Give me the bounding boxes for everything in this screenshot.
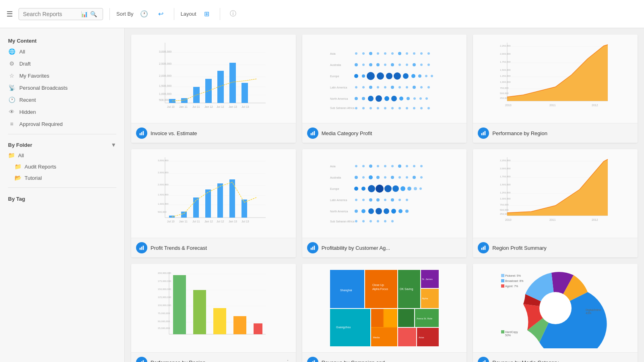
- report-thumbnail-media-profit[interactable]: Asia Australia Europe Latin America Nort…: [302, 35, 467, 123]
- sidebar-item-approval[interactable]: ≡ Approval Required: [0, 118, 124, 130]
- report-footer-region-summary: Region Profit Summary: [473, 238, 638, 257]
- svg-text:75,000,000: 75,000,000: [158, 312, 170, 315]
- svg-point-170: [406, 165, 408, 167]
- svg-rect-257: [233, 316, 246, 334]
- folder-item-tutorial[interactable]: 📂 Tutorial: [0, 172, 124, 183]
- svg-rect-277: [384, 309, 397, 327]
- sidebar-item-all[interactable]: 🌐 All: [0, 45, 124, 58]
- report-footer-invoice: Invoice vs. Estimate: [131, 123, 296, 143]
- report-thumbnail-revenue-media[interactable]: Pickerel: 5% Broadcast: 6% Agent: 7% Dig…: [473, 264, 638, 352]
- sidebar-item-draft-label: Draft: [19, 61, 31, 67]
- report-thumbnail-perf-region-top[interactable]: 2,250,000 2,000,000 1,750,000 1,500,000 …: [473, 35, 638, 123]
- report-thumbnail-perf-region-bot[interactable]: 200,000,000 175,000,000 150,000,000 125,…: [131, 264, 296, 352]
- svg-point-212: [377, 220, 379, 222]
- svg-rect-290: [501, 274, 504, 277]
- svg-point-79: [427, 86, 430, 88]
- svg-point-88: [413, 97, 416, 100]
- folder-open-icon: 📂: [14, 175, 21, 181]
- chevron-down-icon[interactable]: ▼: [111, 142, 116, 148]
- report-thumbnail-profitability[interactable]: Asia Australia Europe Latin America Nort…: [302, 149, 467, 238]
- svg-text:HardCopy: HardCopy: [505, 331, 518, 334]
- toolbar-sort-section: Sort By 🕐 ↩: [116, 8, 167, 21]
- svg-text:Sub Saharan Africa: Sub Saharan Africa: [330, 220, 354, 223]
- svg-point-213: [384, 220, 386, 222]
- svg-point-208: [405, 210, 409, 213]
- search-input[interactable]: [23, 11, 79, 17]
- sidebar-item-recent[interactable]: 🕐 Recent: [0, 94, 124, 106]
- svg-point-82: [368, 96, 374, 101]
- layout-grid-button[interactable]: ⊞: [200, 8, 213, 21]
- svg-point-195: [369, 198, 372, 202]
- report-thumbnail-revenue-campaign[interactable]: Shanghai Close Up Alpha Focus OK Saving …: [302, 264, 467, 352]
- svg-point-90: [425, 97, 428, 100]
- report-thumbnail-invoice[interactable]: 3,000,000 2,500,000 2,000,000 1,500,000 …: [131, 35, 296, 123]
- svg-point-194: [362, 199, 365, 201]
- svg-point-168: [391, 165, 394, 167]
- svg-point-44: [413, 52, 415, 55]
- report-menu-perf-region-bot[interactable]: ⋮: [285, 359, 291, 362]
- svg-point-76: [406, 86, 408, 88]
- svg-rect-294: [501, 284, 504, 288]
- svg-text:Jul 11: Jul 11: [192, 105, 200, 108]
- svg-point-196: [376, 198, 380, 202]
- svg-text:Jan 13: Jan 13: [229, 220, 237, 223]
- sort-clock-button[interactable]: 🕐: [138, 8, 151, 21]
- svg-point-53: [398, 64, 401, 66]
- report-card-profit-trends: 3,000,000 2,500,000 2,000,000 1,500,000 …: [131, 149, 296, 257]
- svg-rect-154: [140, 248, 141, 250]
- svg-point-51: [384, 64, 386, 66]
- svg-point-62: [386, 73, 392, 79]
- report-thumbnail-profit-trends[interactable]: 3,000,000 2,500,000 2,000,000 1,500,000 …: [131, 149, 296, 238]
- folder-item-audit[interactable]: 📁 Audit Reports: [0, 161, 124, 172]
- svg-point-57: [427, 64, 430, 66]
- svg-point-85: [391, 96, 397, 101]
- info-button[interactable]: ⓘ: [227, 8, 239, 21]
- report-name-perf-region-top: Performance by Region: [492, 130, 633, 136]
- svg-text:50%: 50%: [505, 334, 511, 337]
- globe-icon: 🌐: [8, 48, 15, 55]
- svg-rect-283: [398, 328, 416, 346]
- svg-point-169: [398, 165, 401, 168]
- svg-point-59: [362, 74, 365, 78]
- svg-text:2012: 2012: [592, 104, 598, 107]
- folder-item-all[interactable]: 📁 All: [0, 150, 124, 161]
- svg-point-191: [414, 187, 417, 190]
- svg-point-201: [355, 210, 358, 213]
- svg-rect-238: [483, 247, 484, 250]
- svg-point-206: [391, 209, 396, 214]
- sidebar-item-draft[interactable]: ⚙ Draft: [0, 58, 124, 70]
- sidebar-item-hidden[interactable]: 👁 Hidden: [0, 106, 124, 118]
- sidebar-item-favorites[interactable]: ☆ My Favorites: [0, 70, 124, 82]
- by-folder-section: By Folder ▼: [0, 138, 124, 150]
- svg-point-84: [384, 96, 389, 101]
- svg-point-176: [376, 176, 380, 179]
- svg-point-40: [384, 52, 386, 55]
- sidebar: My Content 🌐 All ⚙ Draft ☆ My Favorites …: [0, 28, 125, 362]
- svg-point-100: [420, 107, 423, 109]
- svg-text:2010: 2010: [505, 218, 512, 221]
- svg-rect-258: [254, 323, 262, 334]
- search-icon[interactable]: 🔍: [90, 11, 97, 17]
- svg-text:2012: 2012: [592, 218, 598, 221]
- svg-text:Close Up: Close Up: [372, 284, 384, 287]
- report-thumbnail-region-summary[interactable]: 2,250,000 2,000,000 1,750,000 1,500,000 …: [473, 149, 638, 238]
- svg-point-99: [413, 107, 415, 109]
- hamburger-icon[interactable]: ☰: [6, 10, 13, 19]
- perf-region-bot-chart: 200,000,000 175,000,000 150,000,000 125,…: [157, 268, 270, 348]
- reports-grid: 3,000,000 2,500,000 2,000,000 1,500,000 …: [131, 35, 638, 362]
- clock-icon: 🕐: [8, 97, 15, 103]
- svg-text:Europe: Europe: [330, 75, 339, 78]
- sort-undo-button[interactable]: ↩: [155, 8, 167, 21]
- report-icon-profit-trends: [136, 242, 147, 253]
- sidebar-item-broadcasts[interactable]: 📡 Personal Broadcasts: [0, 82, 124, 94]
- report-footer-perf-region-top: Performance by Region: [473, 123, 638, 143]
- svg-text:1,000,000: 1,000,000: [500, 197, 511, 200]
- svg-text:OK Saving: OK Saving: [400, 288, 413, 291]
- svg-point-185: [368, 185, 375, 192]
- report-footer-perf-region-bot: Performance by Region ⋮: [131, 352, 296, 362]
- svg-point-192: [419, 187, 422, 190]
- svg-text:Jul 12: Jul 12: [217, 220, 224, 223]
- svg-rect-155: [141, 247, 142, 250]
- svg-point-43: [406, 52, 408, 55]
- svg-text:Digital/Inline: Digital/Inline: [586, 309, 601, 312]
